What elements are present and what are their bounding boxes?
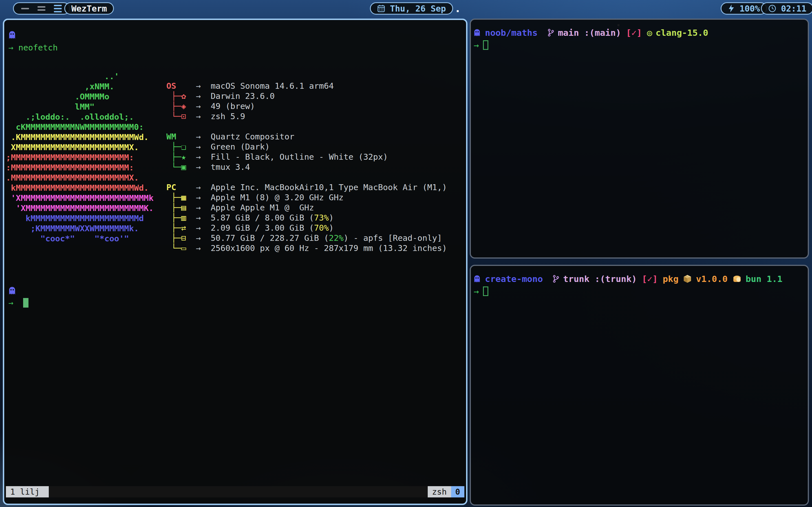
command-line: →: [474, 40, 808, 50]
tmux-command-segment[interactable]: zsh: [428, 486, 451, 497]
cursor-block: [23, 298, 29, 307]
top-bar: WezTerm Thu, 26 Sep 100%: [0, 0, 812, 17]
tree-branch: └─: [166, 112, 181, 121]
repo-name: noob/maths: [485, 27, 538, 38]
battery-label: 100%: [740, 4, 760, 13]
gpu-icon: ▤: [181, 203, 186, 213]
info-section-wm: WM → Quartz Compositor ├─❏ → Green (Dark…: [166, 131, 447, 172]
info-value: ): [329, 213, 334, 223]
git-branch-label: trunk :(trunk): [563, 274, 637, 284]
package-icon: [682, 274, 692, 283]
arrow-icon: →: [196, 182, 201, 192]
tmux-index-segment[interactable]: 0: [451, 486, 464, 497]
display-icon: ▭: [181, 243, 186, 253]
arrow-icon: →: [196, 243, 201, 253]
clock-icon: [768, 4, 776, 13]
swap-icon: ⇄: [181, 223, 186, 233]
arrow-icon: →: [196, 203, 201, 212]
package-icon: ◈: [181, 101, 186, 111]
info-section-label: OS: [166, 81, 196, 91]
ghost-icon: [8, 286, 466, 295]
git-status-check: [✓]: [642, 274, 658, 284]
date-widget[interactable]: Thu, 26 Sep: [370, 2, 453, 15]
date-label: Thu, 26 Sep: [390, 4, 446, 13]
ghost-icon: [474, 275, 480, 283]
info-section-label: WM: [166, 132, 196, 142]
info-value: Darwin 23.6.0: [211, 91, 274, 101]
command-line: → neofetch: [8, 43, 466, 53]
info-value: 73%: [314, 213, 329, 223]
shell-icon: ⊡: [181, 111, 186, 121]
runtime-label: bun 1.1: [746, 274, 783, 284]
prompt-arrow-icon: →: [474, 286, 479, 296]
arrow-icon: →: [196, 233, 201, 243]
info-value: 2560x1600 px @ 60 Hz - 287x179 mm (13.32…: [211, 243, 447, 253]
arrow-icon: →: [196, 132, 201, 142]
arrow-icon: →: [196, 193, 201, 202]
minimize-icon[interactable]: [21, 8, 29, 9]
battery-widget[interactable]: 100%: [721, 2, 767, 15]
git-branch-icon: [547, 29, 555, 37]
shell-prompt-header: noob/maths main :(main) [✓] ◎ clang-15.0: [474, 27, 808, 38]
info-section-title: Quartz Compositor: [211, 132, 294, 142]
gear-icon: ✿: [181, 91, 186, 101]
repo-name: create-mono: [485, 274, 543, 284]
info-value: Fill - Black, Outline - White (32px): [211, 152, 388, 162]
tmux-window-tab[interactable]: 1 lilj: [6, 486, 49, 497]
tree-branch: ├─: [166, 142, 181, 152]
menu-icon[interactable]: [54, 5, 62, 12]
terminal-pane-bottom-right[interactable]: create-mono trunk :(trunk) [✓] pkg v1.0.…: [470, 265, 809, 506]
git-status-check: [✓]: [626, 27, 642, 38]
arrow-icon: →: [196, 112, 201, 121]
command-line: →: [8, 298, 466, 308]
neofetch-info: OS → macOS Sonoma 14.6.1 arm64 ├─✿ → Dar…: [166, 81, 447, 263]
command-line: →: [474, 286, 808, 296]
bread-icon: [732, 275, 742, 283]
tree-branch: ├─: [166, 193, 181, 202]
cursor-block: [483, 286, 488, 296]
prompt-arrow-icon: →: [474, 40, 479, 50]
package-manager-label: pkg: [663, 274, 679, 284]
window-controls[interactable]: [13, 2, 70, 15]
split-layout-icon[interactable]: [38, 6, 45, 11]
app-title: WezTerm: [71, 4, 107, 13]
info-value: 50.77 GiB / 228.27 GiB (: [211, 233, 329, 243]
ghost-icon: [8, 31, 466, 40]
info-value: ): [329, 223, 334, 233]
info-value: 22%: [329, 233, 343, 243]
info-value: Green (Dark): [211, 142, 270, 152]
info-section-os: OS → macOS Sonoma 14.6.1 arm64 ├─✿ → Dar…: [166, 81, 447, 121]
app-title-tab[interactable]: WezTerm: [64, 2, 114, 15]
info-section-title: macOS Sonoma 14.6.1 arm64: [211, 81, 334, 91]
arrow-icon: →: [196, 152, 201, 162]
prompt-arrow-icon: →: [8, 298, 13, 308]
info-section-pc: PC → Apple Inc. MacBookAir10,1 Type MacB…: [166, 182, 447, 253]
info-value: Apple M1 (8) @ 3.20 GHz GHz: [211, 193, 343, 202]
tree-branch: └─: [166, 243, 181, 253]
arrow-icon: →: [196, 81, 201, 91]
shell-prompt-header: create-mono trunk :(trunk) [✓] pkg v1.0.…: [474, 273, 808, 284]
terminal-pane-top-right[interactable]: noob/maths main :(main) [✓] ◎ clang-15.0…: [470, 18, 809, 259]
calendar-icon: [377, 4, 386, 13]
package-version-label: v1.0.0: [696, 274, 728, 284]
arrow-icon: →: [196, 162, 201, 172]
info-value: 49 (brew): [211, 101, 255, 111]
theme-icon: ❏: [181, 142, 186, 152]
disk-icon: ⊟: [181, 233, 186, 243]
cursor-block: [483, 40, 488, 50]
info-value: 2.09 GiB / 3.00 GiB (: [211, 223, 314, 233]
arrow-icon: →: [196, 101, 201, 111]
terminal-pane-left[interactable]: → neofetch ..' ,xNMM. .OMMMMo lMM" .;lod…: [3, 18, 467, 505]
toolchain-label: clang-15.0: [656, 27, 708, 38]
info-value: tmux 3.4: [211, 162, 250, 172]
clock-widget[interactable]: 02:11: [761, 2, 812, 15]
terminal-icon: ▣: [181, 162, 186, 172]
arrow-icon: →: [196, 142, 201, 152]
tree-branch: ├─: [166, 203, 181, 212]
cpu-icon: ▦: [181, 192, 186, 203]
tree-branch: ├─: [166, 152, 181, 162]
tree-branch: ├─: [166, 233, 181, 243]
info-section-label: PC: [166, 182, 196, 192]
git-branch-label: main :(main): [558, 27, 621, 38]
git-branch-icon: [552, 275, 560, 283]
